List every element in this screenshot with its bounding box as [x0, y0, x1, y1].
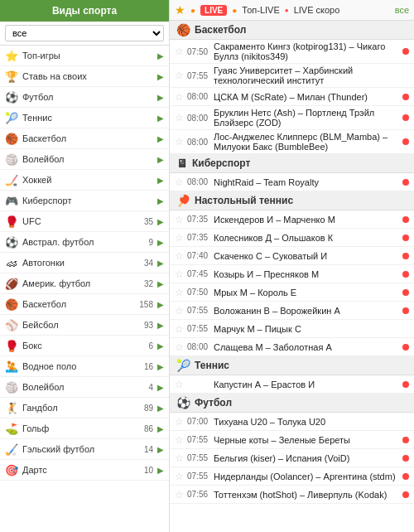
sidebar-sport-icon: 🏀 [5, 297, 18, 311]
section-title: Теннис [195, 360, 229, 371]
sidebar-item-label: Дартс [22, 465, 144, 475]
event-row[interactable]: ☆ 07:55 Черные коты – Зеленые Береты [170, 431, 414, 449]
event-favorite-star[interactable]: ☆ [175, 434, 184, 446]
sidebar-item-avtogonki[interactable]: 🏎 Автогонки 34 ▶ [0, 253, 169, 273]
sidebar-item-count: 16 [144, 362, 153, 371]
sidebar-item-label: Футбол [22, 92, 156, 102]
sidebar-item-gandbol[interactable]: 🤾 Гандбол 89 ▶ [0, 398, 169, 418]
live-badge[interactable]: LIVE [200, 5, 227, 16]
event-favorite-star[interactable]: ☆ [175, 91, 184, 103]
sidebar-item-arrow: ▶ [157, 300, 164, 309]
sidebar-item-xokkey[interactable]: 🏒 Хоккей ▶ [0, 170, 169, 191]
event-row[interactable]: ☆ 07:55 Гуаяс Университет – Харбинский т… [170, 64, 414, 88]
sidebar-sport-icon: 🏀 [5, 132, 18, 145]
live-skoro-label: LIVE скоро [294, 5, 340, 15]
sidebar-item-darts[interactable]: 🎯 Дартс 10 ▶ [0, 460, 169, 481]
event-row[interactable]: ☆ 08:00 Лос-Анджелес Клипперс (BLM_Mamba… [170, 130, 414, 154]
event-row[interactable]: ☆ 07:56 Тоттенхэм (hotShot) – Ливерпуль … [170, 486, 414, 504]
section-sport-icon: 🎾 [176, 359, 190, 372]
sidebar-item-count: 35 [144, 217, 153, 226]
event-favorite-star[interactable]: ☆ [175, 214, 184, 225]
event-favorite-star[interactable]: ☆ [175, 452, 184, 464]
sidebar-item-ufc[interactable]: 🥊 UFC 35 ▶ [0, 211, 169, 232]
sidebar-item-vodnoe-polo[interactable]: 🤽 Водное поло 16 ▶ [0, 356, 169, 377]
sidebar-item-arrow: ▶ [157, 404, 164, 413]
section-sport-icon: 🖥 [176, 157, 188, 170]
sidebar-item-golf[interactable]: ⛳ Гольф 86 ▶ [0, 418, 169, 439]
sidebar-item-top-igry[interactable]: ⭐ Топ-игры ▶ [0, 46, 169, 66]
sidebar-item-label: Гольф [22, 423, 144, 433]
event-row[interactable]: ☆ 08:00 Бруклин Нетс (Ash) – Портленд Тр… [170, 106, 414, 130]
sidebar-item-count: 158 [139, 300, 153, 309]
section-sport-icon: 🏓 [176, 194, 190, 207]
sidebar-header: Виды спорта [0, 0, 169, 22]
event-row[interactable]: ☆ 07:40 Скаченко С – Суковатый И [170, 247, 414, 265]
sidebar-item-gaelskiy[interactable]: 🏑 Гэльский футбол 14 ▶ [0, 439, 169, 460]
event-favorite-star[interactable]: ☆ [175, 416, 184, 428]
event-row[interactable]: ☆ 07:55 Воложанин В – Ворожейкин А [170, 302, 414, 320]
sidebar-item-futbol[interactable]: ⚽ Футбол ▶ [0, 87, 169, 108]
event-favorite-star[interactable]: ☆ [175, 112, 184, 123]
event-favorite-star[interactable]: ☆ [175, 287, 184, 298]
sidebar-item-count: 34 [144, 259, 153, 268]
sidebar-item-voleybol[interactable]: 🏐 Волейбол ▶ [0, 149, 169, 170]
event-favorite-star[interactable]: ☆ [175, 250, 184, 262]
sidebar-item-avstr-futbol[interactable]: ⚽ Австрал. футбол 9 ▶ [0, 232, 169, 253]
event-name: Бельгия (kiser) – Испания (VoiD) [214, 453, 399, 463]
sidebar-item-basketbol[interactable]: 🏀 Баскетбол ▶ [0, 128, 169, 149]
sidebar-item-basketbol2[interactable]: 🏀 Баскетбол 158 ▶ [0, 294, 169, 315]
event-row[interactable]: ☆ 08:00 Слащева М – Заболотная А [170, 338, 414, 356]
sidebar-item-label: Бейсбол [22, 320, 144, 330]
event-favorite-star[interactable]: ☆ [175, 70, 184, 81]
event-row[interactable]: ☆ 07:50 Сакраменто Кингз (kotpirog131) –… [170, 40, 414, 64]
event-row[interactable]: ☆ 07:55 Бельгия (kiser) – Испания (VoiD) [170, 449, 414, 467]
event-favorite-star[interactable]: ☆ [175, 177, 184, 188]
sidebar-item-label: UFC [22, 216, 144, 226]
event-name: Искендеров И – Марченко М [214, 215, 399, 225]
event-row[interactable]: ☆ 07:55 Нидерланды (Oolancer) – Аргентин… [170, 467, 414, 486]
event-row[interactable]: ☆ 08:00 ЦСКА М (ScRate) – Милан (Thunder… [170, 88, 414, 106]
event-row[interactable]: ☆ 07:55 Марчук М – Пицык С [170, 320, 414, 338]
event-favorite-star[interactable]: ☆ [175, 305, 184, 317]
sidebar-sport-icon: ⚽ [5, 90, 18, 104]
event-row[interactable]: ☆ 07:50 Мрых М – Король Е [170, 283, 414, 302]
event-row[interactable]: ☆ 07:45 Козырь И – Пресняков М [170, 265, 414, 283]
sidebar-filter[interactable]: все [0, 22, 169, 46]
event-favorite-star[interactable]: ☆ [175, 341, 184, 353]
all-link[interactable]: все [395, 5, 409, 15]
sidebar-item-stav-na-svoix[interactable]: 🏆 Ставь на своих ▶ [0, 66, 169, 87]
sidebar-item-label: Волейбол [22, 154, 156, 164]
sidebar-item-arrow: ▶ [157, 362, 164, 371]
section-sport-icon: 🏀 [176, 23, 190, 36]
event-favorite-star[interactable]: ☆ [175, 489, 184, 501]
event-favorite-star[interactable]: ☆ [175, 323, 184, 335]
sidebar-sport-icon: ⚽ [5, 235, 18, 249]
event-favorite-star[interactable]: ☆ [175, 471, 184, 482]
event-row[interactable]: ☆ 07:35 Искендеров И – Марченко М [170, 210, 414, 229]
sidebar-item-beybol[interactable]: ⚾ Бейсбол 93 ▶ [0, 315, 169, 336]
sidebar-item-kibersport[interactable]: 🎮 Киберспорт ▶ [0, 191, 169, 211]
event-favorite-star[interactable]: ☆ [175, 46, 184, 57]
sidebar-item-count: 9 [148, 238, 153, 247]
event-name: Колесников Д – Ольшаков К [214, 233, 399, 243]
sidebar-item-boks[interactable]: 🥊 Бокс 6 ▶ [0, 336, 169, 356]
event-favorite-star[interactable]: ☆ [175, 232, 184, 244]
sidebar-sport-icon: 🎾 [5, 111, 18, 124]
filter-select[interactable]: все [5, 25, 164, 41]
event-favorite-star[interactable]: ☆ [175, 136, 184, 148]
event-row[interactable]: ☆ 07:35 Колесников Д – Ольшаков К [170, 229, 414, 247]
sidebar-item-amer-futbol[interactable]: 🏈 Америк. футбол 32 ▶ [0, 273, 169, 294]
event-row[interactable]: ☆ 08:00 NightRaid – Team Royalty [170, 173, 414, 191]
event-favorite-star[interactable]: ☆ [175, 379, 184, 390]
sidebar-item-voleybol2[interactable]: 🏐 Волейбол 4 ▶ [0, 377, 169, 398]
event-row[interactable]: ☆ 07:00 Тихуана U20 – Толука U20 [170, 413, 414, 431]
sidebar-item-arrow: ▶ [157, 259, 164, 268]
sidebar-item-tennis[interactable]: 🎾 Теннис ▶ [0, 108, 169, 128]
sidebar-sport-icon: 🏒 [5, 173, 18, 186]
sidebar-sport-icon: 🎯 [5, 463, 18, 476]
star-icon: ★ [175, 3, 185, 17]
event-favorite-star[interactable]: ☆ [175, 268, 184, 280]
event-row[interactable]: ☆ Капустин А – Ерастов И [170, 375, 414, 394]
main-panel: ★ ● LIVE ● Топ-LIVE ● LIVE скоро все 🏀 Б… [170, 0, 414, 532]
event-name: Бруклин Нетс (Ash) – Портленд Трэйл Блэй… [214, 108, 399, 128]
